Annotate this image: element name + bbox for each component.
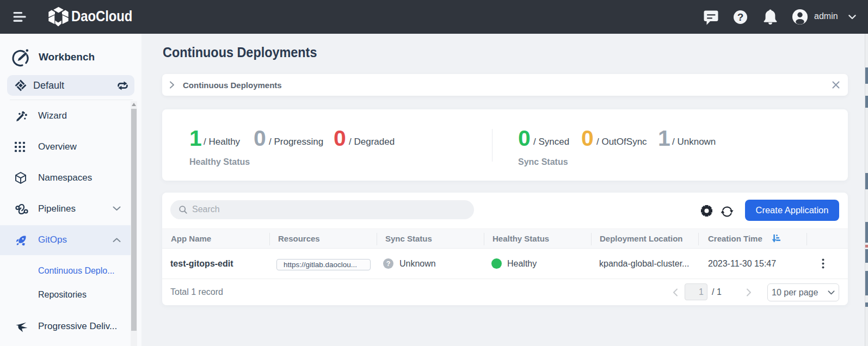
svg-text:?: ? — [386, 260, 391, 268]
svg-text:?: ? — [737, 11, 744, 23]
